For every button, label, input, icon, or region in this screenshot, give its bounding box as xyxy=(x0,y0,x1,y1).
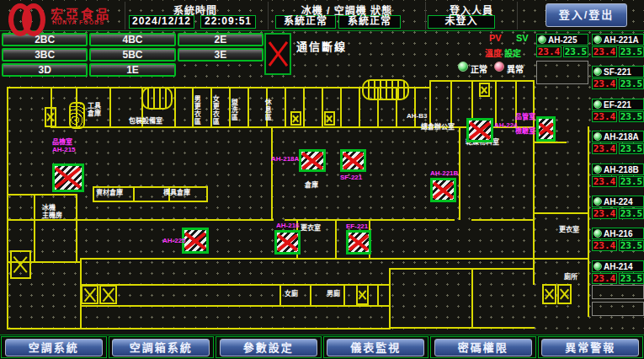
sv-value: 23.5 xyxy=(563,46,588,57)
unit-ah-216[interactable]: AH-216 xyxy=(592,228,644,239)
nav-cell-1: 空調系統 xyxy=(1,336,107,358)
nav-cell-6: 異常警報 xyxy=(538,336,644,358)
header-divider xyxy=(268,2,269,29)
unit-status-led xyxy=(593,262,602,271)
room-label: 包裝設備室 xyxy=(129,117,162,125)
room-label: 男廁 xyxy=(327,290,340,297)
fan-offline-icon[interactable] xyxy=(430,178,456,202)
fan-offline-icon[interactable] xyxy=(299,149,326,172)
wall-segment xyxy=(389,268,535,270)
header-divider xyxy=(125,2,125,29)
wall-segment xyxy=(174,87,176,127)
unit-name: AH-221A xyxy=(604,35,639,45)
floor-button-5bc[interactable]: 5BC xyxy=(89,48,175,62)
bottom-nav: 空調系統空調箱系統參數設定儀表監視密碼權限異常警報 xyxy=(0,335,644,359)
nav-button-1[interactable]: 空調系統 xyxy=(5,339,103,356)
company-logo-icon xyxy=(8,3,45,28)
login-logout-button[interactable]: 登入/登出 xyxy=(546,3,627,27)
floor-button-3bc[interactable]: 3BC xyxy=(2,48,88,62)
pv-value: 23.4 xyxy=(592,208,617,219)
unit-ah-218a[interactable]: AH-218A xyxy=(592,131,644,142)
room-label: 倉庫 xyxy=(305,181,318,189)
wall-segment xyxy=(7,194,77,196)
wall-segment xyxy=(247,87,249,127)
nav-button-2[interactable]: 空調箱系統 xyxy=(112,339,210,356)
header-divider xyxy=(425,2,426,29)
room-label: 女更衣區 xyxy=(211,95,219,126)
wall-segment xyxy=(429,80,431,127)
sv-value: 23.5 xyxy=(619,240,644,251)
date-display: 2024/12/12 xyxy=(129,15,194,29)
pv-value: 23.4 xyxy=(592,78,617,89)
nav-button-4[interactable]: 儀表監視 xyxy=(327,339,424,356)
unit-ah-218b[interactable]: AH-218B xyxy=(592,163,644,175)
map-stair-x-icon xyxy=(99,285,117,304)
fan-offline-icon[interactable] xyxy=(466,118,493,142)
map-stair-x-icon xyxy=(479,83,490,97)
unit-ah-225[interactable]: AH-225 xyxy=(536,34,588,46)
unit-sf-221[interactable]: SF-221 xyxy=(592,66,644,78)
equipment-label: AH-224 xyxy=(494,121,518,129)
nav-button-3[interactable]: 參數設定 xyxy=(220,339,317,356)
room-label: 男更衣區 xyxy=(193,95,200,126)
pv-value: 23.4 xyxy=(592,273,617,284)
unit-name: AH-216 xyxy=(604,229,632,238)
comm-offline-label: 通信斷線 xyxy=(296,38,347,54)
wall-segment xyxy=(80,258,535,260)
unit-ef-221[interactable]: EF-221 xyxy=(592,99,644,110)
fan-offline-icon[interactable] xyxy=(274,230,301,255)
wall-segment xyxy=(389,327,535,329)
sv-value: 23.5 xyxy=(619,111,644,122)
pv-value: 23.4 xyxy=(592,143,617,154)
wall-segment xyxy=(471,219,535,221)
wall-segment xyxy=(340,87,342,127)
equipment-label: 品檢室 AH-215 xyxy=(52,138,76,153)
unit-values: 23.423.5 xyxy=(592,143,644,154)
fan-offline-icon[interactable] xyxy=(52,163,84,192)
pv-value: 23.4 xyxy=(592,240,617,251)
wall-segment xyxy=(414,87,416,127)
unit-values: 23.423.5 xyxy=(592,111,644,122)
wall-segment xyxy=(279,284,281,306)
sv-value: 23.5 xyxy=(619,273,644,284)
company-name-en: HUNYA FOODS xyxy=(52,19,104,25)
normal-legend-label: 正常 xyxy=(471,62,487,75)
wall-segment xyxy=(271,126,273,220)
unit-ah-214[interactable]: AH-214 xyxy=(592,260,644,272)
equipment-label: AH-225 xyxy=(162,237,186,244)
floor-button-2bc[interactable]: 2BC xyxy=(2,33,88,46)
wall-segment xyxy=(335,219,337,259)
wall-segment xyxy=(322,87,323,127)
nav-cell-2: 空調箱系統 xyxy=(109,336,215,358)
fan-offline-icon[interactable] xyxy=(340,149,366,172)
map-stair-x-icon xyxy=(356,284,369,305)
floor-button-3d[interactable]: 3D xyxy=(2,63,88,77)
floor-button-1e[interactable]: 1E xyxy=(89,63,175,77)
wall-segment xyxy=(133,186,135,201)
floor-button-3e[interactable]: 3E xyxy=(178,48,263,62)
room-label: 工具 倉庫 xyxy=(88,102,101,117)
fan-offline-icon[interactable] xyxy=(346,230,371,255)
room-label: 冰機 主機房 xyxy=(42,204,62,219)
nav-button-5[interactable]: 密碼權限 xyxy=(434,339,532,356)
unit-status-led xyxy=(593,229,602,238)
unit-ah-224[interactable]: AH-224 xyxy=(592,196,644,207)
map-stair-x-icon xyxy=(45,107,56,127)
map-spiral-icon xyxy=(69,102,85,129)
header-divider xyxy=(517,2,518,29)
wall-segment xyxy=(359,87,360,127)
empty-slot xyxy=(592,285,644,299)
equipment-label: AH-221B xyxy=(430,169,458,177)
map-elev-icon xyxy=(141,87,173,110)
unit-values: 23.423.5 xyxy=(592,273,644,284)
floor-button-2e[interactable]: 2E xyxy=(178,33,263,46)
unit-ah-221a[interactable]: AH-221A xyxy=(592,34,644,46)
floor-button-4bc[interactable]: 4BC xyxy=(89,33,175,46)
room-label: 女廁 xyxy=(285,290,298,297)
time-display: 22:09:51 xyxy=(200,15,256,29)
empty-slot xyxy=(536,61,588,84)
wall-segment xyxy=(206,186,208,201)
map-elev-icon xyxy=(362,79,409,100)
nav-button-6[interactable]: 異常警報 xyxy=(541,339,639,356)
unit-name: SF-221 xyxy=(604,67,631,77)
